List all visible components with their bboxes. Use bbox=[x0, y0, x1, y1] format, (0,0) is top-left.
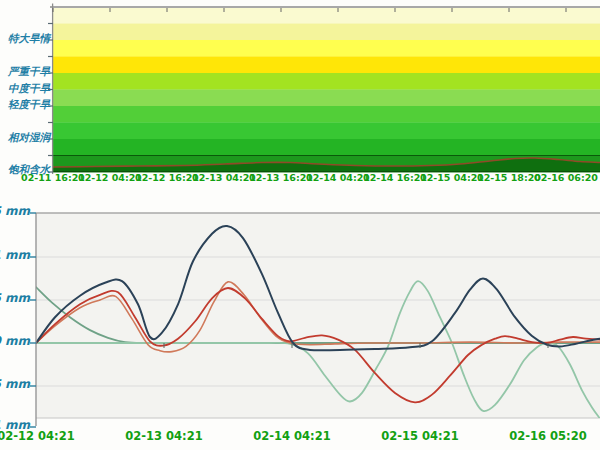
moisture-lines-canvas bbox=[0, 0, 600, 450]
soil-moisture-dashboard: { "page": { "background": "#FDFDFB" }, "… bbox=[0, 0, 600, 450]
moisture-change-chart[interactable] bbox=[0, 0, 600, 450]
